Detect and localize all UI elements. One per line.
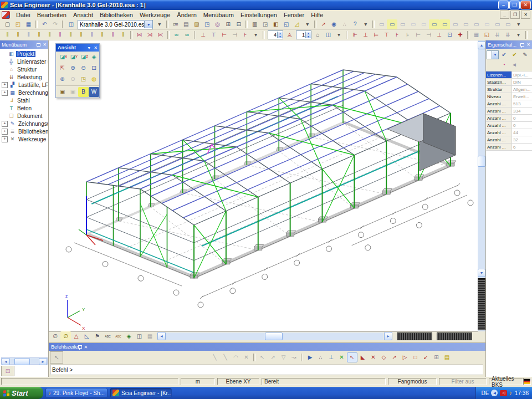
drawing-area[interactable]: zYX	[49, 40, 478, 331]
tree-item-belastung[interactable]: ⇊Belastung	[0, 73, 48, 81]
member-3-icon[interactable]: ⊢	[219, 30, 229, 40]
close-icon[interactable]: ✕	[94, 45, 98, 50]
support-2-icon[interactable]: ⊥	[360, 30, 371, 40]
mdi-minimize-button[interactable]: _	[500, 11, 509, 19]
prop-check-blue-icon[interactable]: ✔	[499, 50, 509, 60]
show-flag-icon[interactable]: ⚑	[92, 331, 103, 341]
volume-icon[interactable]: ◁	[500, 390, 507, 396]
new-document-icon[interactable]: ▢	[2, 19, 13, 29]
cross-section-3-icon[interactable]: ‖	[23, 30, 34, 40]
zoom-selection-icon[interactable]: ⊙	[68, 74, 78, 84]
tree-item-zeichnungsw[interactable]: +✎Zeichnungsw	[0, 120, 48, 127]
rib-1-icon[interactable]: ∞	[171, 30, 182, 40]
animation-icon[interactable]: ◫	[134, 331, 145, 341]
activity-10-icon[interactable]: ▭	[471, 19, 482, 29]
scroll-right-icon[interactable]: ►	[39, 358, 47, 365]
command-input[interactable]: Befehl >	[50, 365, 483, 375]
zoom-all-icon[interactable]: ⊚	[57, 74, 68, 84]
snap-delete-icon[interactable]: ✕	[241, 352, 252, 362]
scrollbar-thumb[interactable]	[265, 332, 283, 340]
expand-icon[interactable]: +	[2, 82, 8, 88]
point-grid-icon[interactable]: ∴	[339, 19, 350, 29]
cursor-mode-button[interactable]: ↖	[50, 351, 63, 364]
menu-fenster[interactable]: Fenster	[280, 11, 308, 19]
cross-section-6-icon[interactable]: ‖	[55, 30, 65, 40]
task-button[interactable]: Scia Engineer - [Kr...	[110, 388, 172, 398]
mdi-close-button[interactable]: ✕	[521, 11, 530, 19]
close-button[interactable]: ✕	[520, 1, 531, 9]
winamp-icon[interactable]: ♪	[509, 390, 512, 396]
units-icon[interactable]: cm	[170, 19, 181, 29]
arc-snap-icon[interactable]: ▷	[400, 352, 410, 362]
print-icon[interactable]: ▥	[249, 19, 260, 29]
docked-toolbar-collapsed[interactable]	[478, 278, 485, 330]
mdi-restore-button[interactable]: ❐	[510, 11, 520, 19]
property-row[interactable]: Anzahl ...32	[486, 136, 532, 144]
tools-overflow-icon[interactable]: ▾	[360, 19, 371, 29]
print-labels-icon[interactable]: ABC	[113, 331, 124, 341]
status-plane[interactable]: Ebene XY	[217, 378, 259, 385]
expand-icon[interactable]: +	[2, 121, 8, 127]
support-10-icon[interactable]: ⊡	[444, 30, 455, 40]
expand-icon[interactable]: +	[2, 90, 8, 96]
activity-4-icon[interactable]: ▭	[408, 19, 418, 29]
close-icon[interactable]: ✕	[526, 42, 530, 47]
property-row[interactable]: Anzahl ...513	[486, 100, 532, 108]
scroll-left-icon[interactable]: ◄	[2, 358, 10, 365]
property-row[interactable]: Anzahl ...0	[486, 115, 532, 122]
document-icon[interactable]: ◧	[270, 19, 281, 29]
arbitrary-beam-icon[interactable]: ◬	[284, 30, 295, 40]
show-labels-icon[interactable]: ABC	[103, 331, 113, 341]
model-3d[interactable]: zYX	[49, 40, 478, 331]
activities-overflow-icon[interactable]: ▾	[513, 19, 524, 29]
properties-filter-combo[interactable]: ▼	[487, 50, 499, 59]
tree-item-berechnung[interactable]: +▦Berechnung,	[0, 89, 48, 96]
property-row[interactable]: Anzahl ...6	[486, 144, 532, 151]
view-axo-icon[interactable]: ◈	[89, 52, 99, 62]
close-icon[interactable]: ✕	[84, 345, 88, 350]
zoom-out-icon[interactable]: ⊖	[78, 63, 89, 73]
project-combo[interactable]: Kranhalle 3.0 Gel-2010.es▼	[78, 20, 153, 29]
view-x-icon[interactable]: ◪X	[57, 52, 68, 62]
status-unit[interactable]: m	[181, 378, 215, 385]
cross-section-2-icon[interactable]: ‖	[13, 30, 23, 40]
load-import-icon[interactable]: ◱	[482, 30, 492, 40]
bays-spinner[interactable]: 4▲▼	[268, 30, 283, 39]
activity-11-icon[interactable]: ▭	[482, 19, 492, 29]
snap-dir4-icon[interactable]: ↝	[289, 352, 299, 362]
scroll-left-icon[interactable]: ◄	[157, 332, 166, 340]
frame-generator-icon[interactable]: ◫	[323, 30, 334, 40]
wireframe-mode-icon[interactable]: ∅	[50, 331, 60, 341]
member-5-icon[interactable]: ⊦	[240, 30, 250, 40]
texture-icon[interactable]: ◎	[212, 19, 223, 29]
docked-toolbar-collapsed-2[interactable]	[437, 332, 472, 340]
window-1-icon[interactable]: ◰	[529, 30, 532, 40]
prop-edit-pencil-icon[interactable]: ✎	[520, 50, 530, 60]
sidebar-tab[interactable]: ◳	[1, 366, 14, 376]
light-icon[interactable]: ◍	[89, 74, 99, 84]
zoom-in-icon[interactable]: ⊕	[68, 63, 78, 73]
status-snap-mode[interactable]: Fangmodus	[388, 378, 437, 385]
expand-icon[interactable]: +	[2, 129, 8, 135]
edge-snap-icon[interactable]: □	[410, 352, 421, 362]
table-input-icon[interactable]: ⊞	[223, 19, 233, 29]
snap-dir2-icon[interactable]: ↗	[268, 352, 278, 362]
tray-collapse-icon[interactable]: ◄	[491, 390, 498, 396]
start-button[interactable]: Start	[0, 387, 43, 399]
move-node-icon[interactable]: ✚	[455, 30, 466, 40]
docked-toolbar-collapsed-1[interactable]	[397, 332, 432, 340]
show-supports-icon[interactable]: △	[71, 331, 81, 341]
open-project-icon[interactable]: ◰	[13, 19, 23, 29]
property-row[interactable]: Staatsn...DIN	[486, 79, 532, 86]
midpoint-snap-icon[interactable]: ✕	[336, 352, 347, 362]
tree-item-lastfllelf[interactable]: +▞Lastfälle, LF-	[0, 81, 48, 89]
undo-icon[interactable]: ↶	[39, 19, 50, 29]
pin-icon[interactable]	[78, 345, 82, 349]
expand-icon[interactable]: +	[2, 136, 8, 142]
percent-snap-icon[interactable]: ↙	[421, 352, 431, 362]
tree-item-bibliotheken[interactable]: +≣Bibliotheken	[0, 127, 48, 135]
wireframe-window-icon[interactable]: W	[89, 87, 99, 97]
support-5-icon[interactable]: ⊦	[392, 30, 402, 40]
chevron-down-icon[interactable]: ▼	[144, 21, 152, 28]
vertical-scrollbar[interactable]: ▲ ▼	[478, 40, 485, 331]
